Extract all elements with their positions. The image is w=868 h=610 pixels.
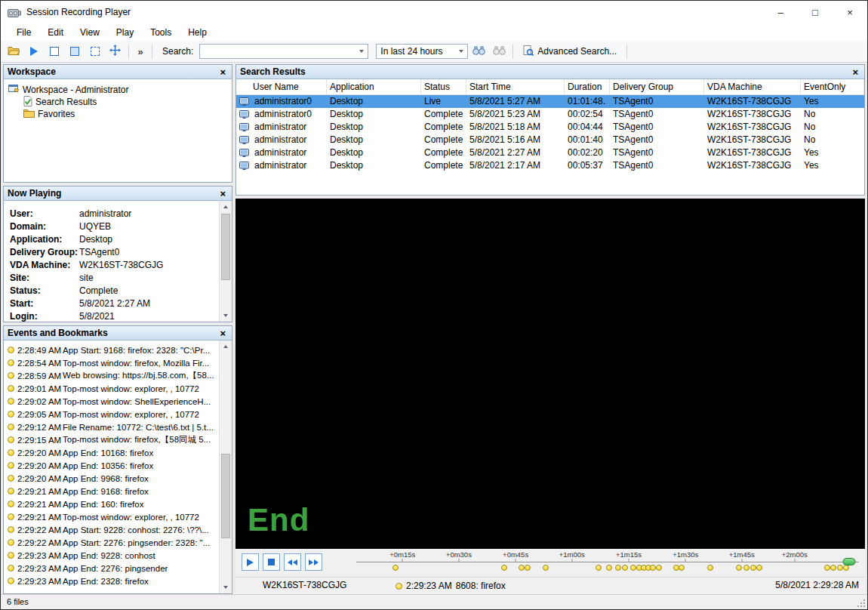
fit-window-button[interactable] bbox=[65, 43, 84, 60]
event-item[interactable]: 2:29:20 AM App End: 10168: firefox bbox=[6, 446, 218, 459]
play-toolbar-button[interactable] bbox=[24, 43, 43, 60]
full-screen-button[interactable] bbox=[85, 43, 104, 60]
fast-forward-button[interactable] bbox=[305, 553, 322, 571]
now-playing-close-icon[interactable]: × bbox=[217, 189, 228, 199]
timeline-event-dot[interactable] bbox=[743, 565, 749, 571]
timeline-event-dot[interactable] bbox=[543, 565, 549, 571]
event-item[interactable]: 2:29:22 AM App Start: 2276: pingsender: … bbox=[6, 536, 218, 549]
column-header-delivery-group[interactable]: Delivery Group bbox=[610, 79, 704, 94]
event-item[interactable]: 2:28:59 AM Web browsing: https://bj.58.c… bbox=[6, 369, 218, 382]
column-header-user-name[interactable]: User Name bbox=[236, 79, 327, 94]
dropdown-arrow-icon[interactable] bbox=[455, 45, 467, 58]
column-header-vda-machine[interactable]: VDA Machine bbox=[704, 79, 801, 94]
event-item[interactable]: 2:29:21 AM App End: 160: firefox bbox=[6, 498, 218, 510]
time-filter-dropdown[interactable]: In last 24 hours bbox=[376, 44, 468, 59]
search-combobox[interactable] bbox=[199, 44, 368, 59]
event-item[interactable]: 2:29:21 AM Top-most window: explorer, , … bbox=[6, 510, 218, 523]
column-header-application[interactable]: Application bbox=[327, 79, 421, 94]
timeline-event-dot[interactable] bbox=[630, 565, 636, 571]
pan-button[interactable] bbox=[106, 43, 125, 60]
rewind-button[interactable] bbox=[284, 553, 301, 571]
timeline-event-dot[interactable] bbox=[656, 565, 662, 571]
dropdown-arrow-icon[interactable] bbox=[356, 45, 368, 58]
event-item[interactable]: 2:29:02 AM Top-most window: ShellExperie… bbox=[6, 395, 218, 408]
workspace-close-icon[interactable]: × bbox=[217, 67, 228, 77]
event-item[interactable]: 2:29:22 AM App Start: 9228: conhost: 227… bbox=[6, 523, 218, 536]
column-header-start-time[interactable]: Start Time bbox=[466, 79, 565, 94]
event-item[interactable]: 2:29:15 AM Top-most window: firefox,【58同… bbox=[6, 433, 218, 446]
search-result-row[interactable]: administrator Desktop Complete 5/8/2021 … bbox=[236, 134, 864, 146]
scroll-up-icon[interactable] bbox=[220, 340, 232, 353]
timeline-event-dot[interactable] bbox=[843, 565, 849, 571]
minimize-button[interactable]: – bbox=[763, 1, 798, 23]
timeline-event-dot[interactable] bbox=[615, 565, 621, 571]
event-item[interactable]: 2:29:12 AM File Rename: 10772: C:\test\6… bbox=[6, 421, 218, 433]
scrollbar-thumb[interactable] bbox=[221, 454, 230, 538]
timeline-event-dot[interactable] bbox=[650, 565, 656, 571]
stop-button[interactable] bbox=[263, 553, 280, 571]
menu-item[interactable]: View bbox=[72, 23, 108, 41]
advanced-search-button[interactable]: Advanced Search... bbox=[517, 43, 623, 60]
find-next-button[interactable] bbox=[490, 43, 509, 60]
menu-item[interactable]: Help bbox=[180, 23, 215, 41]
search-results-close-icon[interactable]: × bbox=[850, 67, 860, 77]
column-header-duration[interactable]: Duration bbox=[565, 79, 610, 94]
search-input[interactable] bbox=[200, 45, 356, 58]
timeline-event-dot[interactable] bbox=[606, 565, 612, 571]
find-previous-button[interactable] bbox=[469, 43, 488, 60]
timeline-event-dot[interactable] bbox=[707, 565, 713, 571]
timeline-event-dot[interactable] bbox=[392, 565, 399, 571]
timeline[interactable]: +0m15s+0m30s+0m45s+1m00s+1m15s+1m30s+1m4… bbox=[356, 550, 859, 576]
search-result-row[interactable]: administrator Desktop Complete 5/8/2021 … bbox=[236, 121, 864, 134]
search-result-row[interactable]: administrator Desktop Complete 5/8/2021 … bbox=[236, 146, 864, 159]
event-item[interactable]: 2:29:05 AM Top-most window: explorer, , … bbox=[6, 408, 218, 421]
timeline-event-dot[interactable] bbox=[519, 565, 525, 571]
timeline-event-dot[interactable] bbox=[830, 565, 836, 571]
scroll-down-icon[interactable] bbox=[220, 310, 232, 322]
column-header-event-only[interactable]: EventOnly bbox=[801, 79, 864, 94]
timeline-event-dot[interactable] bbox=[622, 565, 628, 571]
events-close-icon[interactable]: × bbox=[217, 328, 228, 338]
timeline-event-dot[interactable] bbox=[824, 565, 830, 571]
timeline-event-dot[interactable] bbox=[596, 565, 602, 571]
actual-size-button[interactable] bbox=[45, 43, 63, 60]
timeline-event-dot[interactable] bbox=[750, 565, 756, 571]
search-result-row[interactable]: administrator0 Desktop Complete 5/8/2021… bbox=[236, 108, 864, 121]
menu-item[interactable]: Play bbox=[108, 23, 142, 41]
event-item[interactable]: 2:29:01 AM Top-most window: explorer, , … bbox=[6, 382, 218, 395]
event-item[interactable]: 2:28:54 AM Top-most window: firefox, Moz… bbox=[6, 356, 218, 369]
event-item[interactable]: 2:28:49 AM App Start: 9168: firefox: 232… bbox=[6, 344, 218, 356]
event-item[interactable]: 2:29:23 AM App End: 2276: pingsender bbox=[6, 562, 218, 575]
timeline-track[interactable] bbox=[356, 562, 859, 562]
menu-item[interactable]: Edit bbox=[39, 23, 72, 41]
video-playback-area[interactable]: End bbox=[235, 199, 865, 549]
close-button[interactable]: × bbox=[833, 1, 867, 23]
resize-grip[interactable] bbox=[857, 599, 866, 608]
search-result-row[interactable]: administrator Desktop Complete 5/8/2021 … bbox=[236, 159, 864, 172]
tree-item-favorites[interactable]: Favorites bbox=[4, 108, 232, 120]
open-button[interactable] bbox=[4, 43, 23, 60]
timeline-slider-thumb[interactable] bbox=[842, 558, 855, 565]
column-header-status[interactable]: Status bbox=[421, 79, 466, 94]
now-playing-scrollbar[interactable] bbox=[219, 201, 232, 322]
scroll-down-icon[interactable] bbox=[220, 581, 232, 593]
scrollbar-thumb[interactable] bbox=[221, 214, 230, 280]
events-scrollbar[interactable] bbox=[219, 340, 232, 593]
timeline-event-dot[interactable] bbox=[756, 565, 762, 571]
more-tools-button[interactable]: » bbox=[133, 43, 148, 60]
event-item[interactable]: 2:29:20 AM App End: 9968: firefox bbox=[6, 472, 218, 485]
search-result-row[interactable]: administrator0 Desktop Live 5/8/2021 5:2… bbox=[236, 95, 864, 108]
tree-item-search-results[interactable]: Search Results bbox=[4, 96, 232, 108]
timeline-event-dot[interactable] bbox=[501, 565, 507, 571]
event-item[interactable]: 2:29:21 AM App End: 9168: firefox bbox=[6, 485, 218, 498]
timeline-event-dot[interactable] bbox=[679, 565, 685, 571]
tree-item-workspace-root[interactable]: Workspace - Administrator bbox=[4, 84, 232, 96]
event-item[interactable]: 2:29:20 AM App End: 10356: firefox bbox=[6, 459, 218, 472]
scroll-up-icon[interactable] bbox=[220, 201, 232, 213]
timeline-event-dot[interactable] bbox=[736, 565, 742, 571]
play-button[interactable] bbox=[242, 553, 259, 571]
event-item[interactable]: 2:29:23 AM App End: 9228: conhost bbox=[6, 549, 218, 562]
menu-item[interactable]: File bbox=[8, 23, 39, 41]
maximize-button[interactable]: □ bbox=[798, 1, 833, 23]
event-item[interactable]: 2:29:23 AM App End: 2328: firefox bbox=[6, 575, 218, 587]
